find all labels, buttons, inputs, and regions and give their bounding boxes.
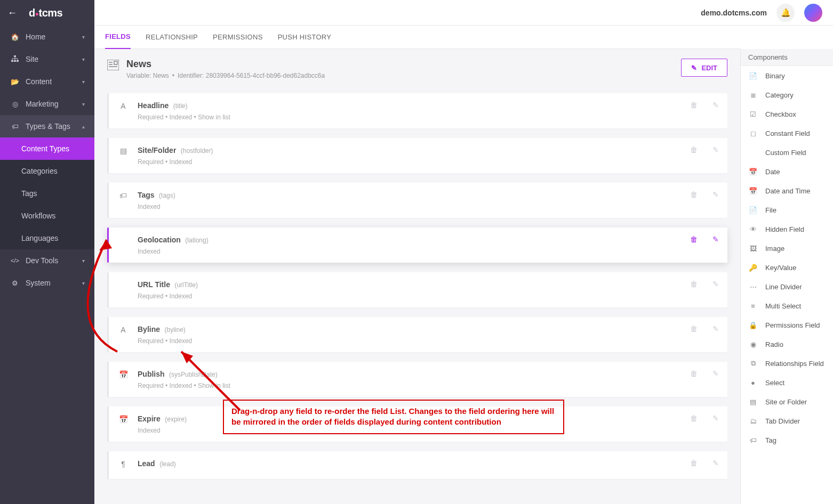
- sidebar-sub-categories[interactable]: Categories: [0, 160, 94, 182]
- edit-icon[interactable]: ✎: [712, 459, 719, 467]
- component-item[interactable]: ≣Category: [741, 85, 833, 104]
- field-name: Geolocation: [138, 235, 181, 244]
- edit-icon[interactable]: ✎: [712, 414, 719, 422]
- chevron-down-icon: ▾: [82, 34, 85, 40]
- edit-icon[interactable]: ✎: [712, 101, 719, 109]
- edit-icon[interactable]: ✎: [712, 280, 719, 288]
- folder-icon: 📂: [10, 78, 20, 86]
- component-label: Tab Divider: [765, 417, 800, 425]
- component-item[interactable]: ⋯Line Divider: [741, 277, 833, 296]
- component-item[interactable]: ≡Multi Select: [741, 296, 833, 315]
- component-label: Image: [765, 245, 784, 253]
- component-label: Date and Time: [765, 187, 811, 195]
- component-item[interactable]: 🔑Key/Value: [741, 258, 833, 277]
- avatar[interactable]: [804, 4, 822, 22]
- edit-button[interactable]: ✎ EDIT: [681, 59, 727, 77]
- sidebar-item-marketing[interactable]: ◎ Marketing ▾: [0, 93, 94, 115]
- field-card[interactable]: ▤ Site/Folder (hostfolder) Required • In…: [107, 138, 727, 173]
- component-item[interactable]: 🏷Tag: [741, 430, 833, 450]
- field-type-icon: ▤: [117, 147, 129, 155]
- gear-icon: ⚙: [10, 279, 20, 287]
- field-card[interactable]: 🏷 Tags (tags) Indexed 🗑 ✎: [107, 183, 727, 218]
- component-item[interactable]: ▤Site or Folder: [741, 392, 833, 411]
- component-item[interactable]: 📄File: [741, 200, 833, 220]
- delete-icon[interactable]: 🗑: [690, 101, 698, 109]
- delete-icon[interactable]: 🗑: [690, 280, 698, 288]
- delete-icon[interactable]: 🗑: [690, 235, 698, 243]
- sidebar-sub-content-types[interactable]: Content Types: [0, 137, 94, 160]
- sidebar-item-label: System: [26, 279, 82, 287]
- tab-permissions[interactable]: PERMISSIONS: [213, 26, 263, 49]
- tags-icon: 🏷: [10, 123, 20, 131]
- field-name: Headline: [138, 101, 169, 110]
- delete-icon[interactable]: 🗑: [690, 369, 698, 378]
- field-card[interactable]: 📅 Publish (sysPublishDate) Required • In…: [107, 362, 727, 397]
- svg-rect-0: [14, 55, 16, 57]
- chevron-up-icon: ▴: [82, 124, 85, 129]
- component-item[interactable]: 🔒Permissions Field: [741, 315, 833, 335]
- delete-icon[interactable]: 🗑: [690, 145, 698, 154]
- field-card[interactable]: A Byline (byline) Required • Indexed 🗑 ✎: [107, 317, 727, 352]
- field-card[interactable]: URL Title (urlTitle) Required • Indexed …: [107, 272, 727, 307]
- component-item[interactable]: Custom Field: [741, 143, 833, 162]
- component-item[interactable]: ◻Constant Field: [741, 124, 833, 143]
- field-meta: Required • Indexed • Show in list: [138, 113, 690, 121]
- edit-icon[interactable]: ✎: [712, 190, 719, 199]
- component-item[interactable]: 👁Hidden Field: [741, 220, 833, 239]
- field-card[interactable]: Geolocation (latlong) Indexed 🗑 ✎: [107, 227, 727, 263]
- sidebar-item-label: Types & Tags: [26, 122, 82, 131]
- component-icon: ●: [748, 379, 758, 387]
- field-card[interactable]: A Headline (title) Required • Indexed • …: [107, 93, 727, 128]
- edit-icon: ✎: [691, 64, 697, 72]
- sidebar-item-content[interactable]: 📂 Content ▾: [0, 70, 94, 93]
- field-type-icon: ¶: [117, 460, 129, 468]
- component-label: File: [765, 206, 776, 214]
- chevron-down-icon: ▾: [82, 258, 85, 264]
- component-label: Multi Select: [765, 302, 801, 310]
- component-item[interactable]: 🗂Tab Divider: [741, 411, 833, 430]
- sidebar-item-dev-tools[interactable]: </> Dev Tools ▾: [0, 249, 94, 272]
- component-icon: ≣: [748, 91, 758, 99]
- edit-icon[interactable]: ✎: [712, 235, 719, 243]
- component-item[interactable]: 📅Date and Time: [741, 181, 833, 200]
- delete-icon[interactable]: 🗑: [690, 414, 698, 422]
- component-item[interactable]: ●Select: [741, 373, 833, 392]
- tab-push-history[interactable]: PUSH HISTORY: [278, 26, 332, 49]
- sidebar-item-site[interactable]: Site ▾: [0, 48, 94, 70]
- component-label: Binary: [765, 72, 785, 80]
- tab-fields[interactable]: FIELDS: [105, 26, 131, 49]
- component-item[interactable]: 🖼Image: [741, 239, 833, 258]
- component-label: Category: [765, 91, 794, 99]
- sidebar-item-label: Workflows: [21, 212, 85, 220]
- svg-rect-8: [114, 61, 117, 64]
- component-icon: ◉: [748, 340, 758, 348]
- field-card[interactable]: ¶ Lead (lead) 🗑 ✎: [107, 451, 727, 479]
- component-item[interactable]: 📄Binary: [741, 66, 833, 85]
- delete-icon[interactable]: 🗑: [690, 324, 698, 333]
- component-item[interactable]: 📅Date: [741, 162, 833, 181]
- tab-relationship[interactable]: RELATIONSHIP: [146, 26, 198, 49]
- back-button[interactable]: ←: [7, 7, 17, 19]
- notifications-icon[interactable]: 🔔: [776, 4, 795, 22]
- edit-icon[interactable]: ✎: [712, 369, 719, 378]
- sidebar-sub-languages[interactable]: Languages: [0, 227, 94, 249]
- sidebar-sub-tags[interactable]: Tags: [0, 182, 94, 205]
- delete-icon[interactable]: 🗑: [690, 190, 698, 199]
- sidebar-item-home[interactable]: 🏠 Home ▾: [0, 26, 94, 48]
- sidebar-sub-workflows[interactable]: Workflows: [0, 205, 94, 227]
- sidebar-item-types-tags[interactable]: 🏷 Types & Tags ▴: [0, 115, 94, 137]
- field-variable: (sysPublishDate): [169, 371, 218, 378]
- component-item[interactable]: ⧉Relationships Field: [741, 354, 833, 373]
- code-icon: </>: [10, 257, 20, 264]
- sidebar-item-label: Categories: [21, 167, 85, 175]
- tabs: FIELDS RELATIONSHIP PERMISSIONS PUSH HIS…: [94, 26, 740, 49]
- svg-rect-3: [17, 60, 19, 62]
- edit-icon[interactable]: ✎: [712, 324, 719, 333]
- component-item[interactable]: ☑Checkbox: [741, 104, 833, 124]
- edit-icon[interactable]: ✎: [712, 145, 719, 154]
- delete-icon[interactable]: 🗑: [690, 459, 698, 467]
- component-item[interactable]: ◉Radio: [741, 335, 833, 354]
- annotation-box: Drag-n-drop any field to re-order the fi…: [223, 400, 564, 434]
- logo: d●tcms: [29, 7, 62, 19]
- sidebar-item-system[interactable]: ⚙ System ▾: [0, 272, 94, 294]
